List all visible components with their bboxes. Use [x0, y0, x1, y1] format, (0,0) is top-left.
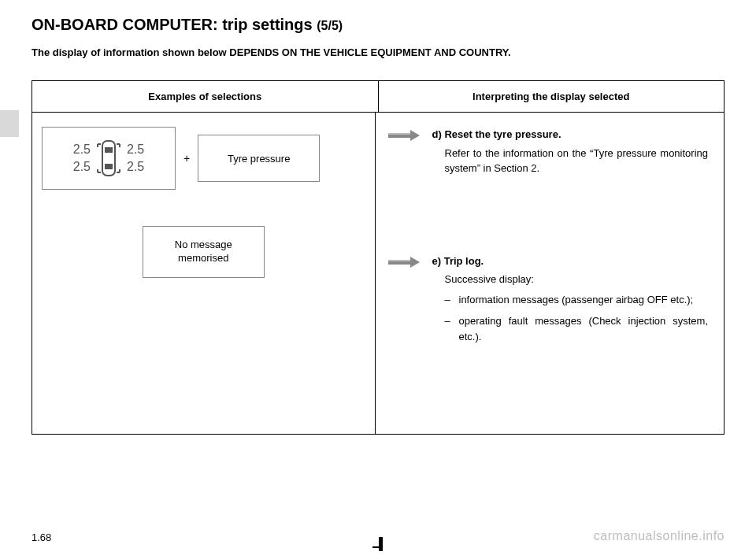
svg-rect-1: [105, 147, 113, 153]
tyre-pressure-label-box: Tyre pressure: [198, 135, 320, 182]
arrow-right-icon: [387, 128, 421, 143]
arrow-icon-d: [385, 127, 423, 143]
header-right: Interpreting the display selected: [379, 81, 724, 112]
no-message-line2: memorised: [178, 252, 228, 264]
car-top-icon: [95, 138, 122, 179]
tyre-rl: 2.5: [73, 158, 91, 176]
side-tab: [0, 110, 19, 137]
crop-mark-icon: [372, 537, 384, 551]
sub-e: Successive display:: [445, 272, 709, 287]
page-title: ON-BOARD COMPUTER: trip settings (5/5): [32, 16, 724, 34]
body-d: Refer to the information on the “Tyre pr…: [445, 146, 709, 176]
no-message-line1: No message: [175, 239, 232, 250]
row-tyre-pressure: 2.5 2.5 2.5 2.5: [42, 127, 365, 190]
main-table: Examples of selections Interpreting the …: [32, 80, 724, 435]
row-e: e) Trip log. Successive display: informa…: [385, 254, 709, 351]
key-d: d) Reset the tyre pressure.: [432, 128, 561, 140]
tyre-pressure-label: Tyre pressure: [228, 153, 290, 165]
title-sub: (5/5): [317, 19, 343, 32]
tyre-fr: 2.5: [127, 141, 144, 158]
table-header: Examples of selections Interpreting the …: [32, 81, 724, 113]
content-e: e) Trip log. Successive display: informa…: [432, 254, 709, 351]
tyre-right-values: 2.5 2.5: [127, 141, 144, 176]
svg-rect-0: [102, 141, 115, 176]
col-interpreting: d) Reset the tyre pressure. Refer to the…: [376, 113, 724, 434]
content-d: d) Reset the tyre pressure. Refer to the…: [432, 127, 709, 176]
no-message-box: No message memorised: [143, 226, 265, 278]
list-item: operating fault messages (Check injectio…: [445, 313, 709, 344]
title-main: ON-BOARD COMPUTER: trip settings: [32, 16, 317, 33]
plus-sign: +: [183, 152, 190, 165]
table-body: 2.5 2.5 2.5 2.5: [32, 113, 724, 434]
list-item: information messages (passenger airbag O…: [445, 292, 709, 308]
svg-rect-4: [372, 546, 379, 548]
key-e: e) Trip log.: [432, 255, 484, 267]
page-number: 1.68: [32, 531, 51, 543]
list-e: information messages (passenger airbag O…: [445, 292, 709, 345]
header-left: Examples of selections: [32, 81, 379, 112]
arrow-right-icon: [387, 255, 421, 269]
watermark: carmanualsonline.info: [594, 529, 724, 543]
tyre-pressure-display: 2.5 2.5 2.5 2.5: [42, 127, 176, 190]
arrow-icon-e: [385, 254, 423, 269]
col-examples: 2.5 2.5 2.5 2.5: [32, 113, 376, 434]
subtitle: The display of information shown below D…: [32, 46, 724, 58]
svg-rect-3: [379, 537, 383, 551]
svg-rect-2: [105, 164, 113, 169]
tyre-fl: 2.5: [73, 141, 91, 158]
tyre-rr: 2.5: [127, 158, 144, 176]
row-d: d) Reset the tyre pressure. Refer to the…: [385, 127, 709, 176]
tyre-left-values: 2.5 2.5: [73, 141, 91, 176]
page-content: ON-BOARD COMPUTER: trip settings (5/5) T…: [0, 0, 756, 450]
